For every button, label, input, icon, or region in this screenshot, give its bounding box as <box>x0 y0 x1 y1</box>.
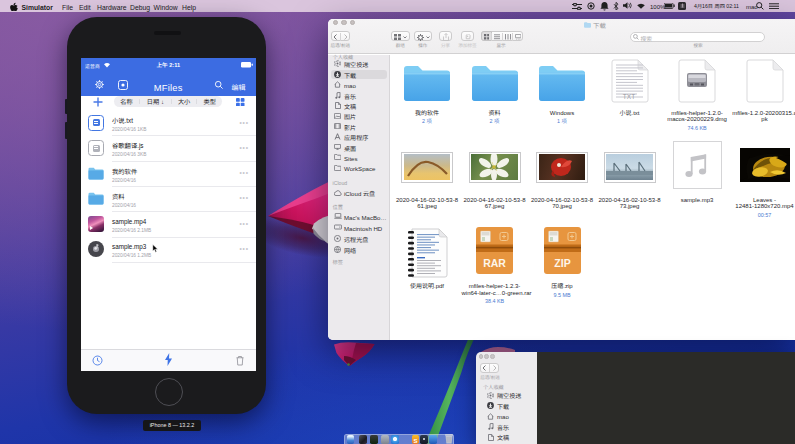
svg-text:TXT: TXT <box>622 93 634 100</box>
svg-text:RAR: RAR <box>483 257 506 269</box>
svg-text:ZIP: ZIP <box>554 257 570 269</box>
